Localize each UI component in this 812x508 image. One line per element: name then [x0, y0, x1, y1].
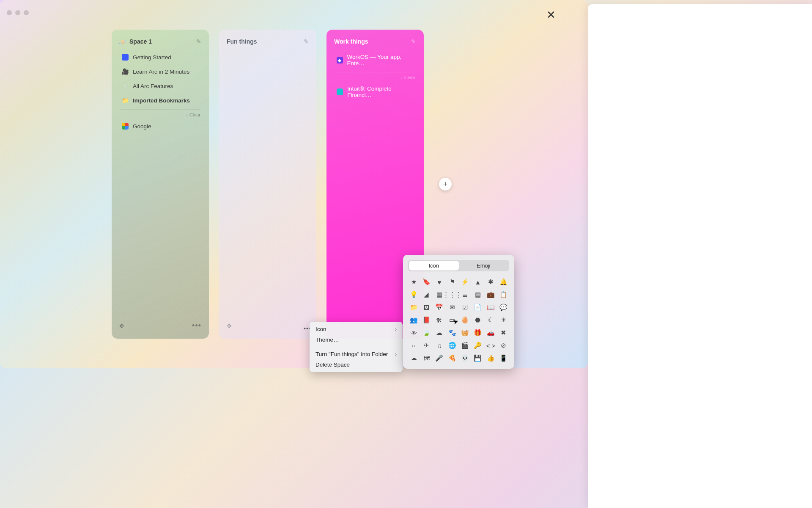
- picker-icon[interactable]: 🥚: [460, 315, 471, 326]
- picker-icon[interactable]: ≣: [460, 289, 471, 300]
- picker-icon[interactable]: 🍕: [447, 353, 458, 364]
- menu-item-theme[interactable]: Theme…: [310, 334, 403, 345]
- picker-icon[interactable]: ☀: [498, 315, 509, 326]
- space-title[interactable]: Space 1: [129, 38, 193, 45]
- menu-label: Icon: [315, 326, 326, 332]
- picker-icon[interactable]: ✉: [447, 302, 458, 313]
- picker-icon[interactable]: ⋮⋮⋮: [447, 289, 458, 300]
- picker-icon[interactable]: ✖: [498, 327, 509, 338]
- picker-icon[interactable]: 📁: [408, 302, 419, 313]
- close-icon[interactable]: ✕: [546, 8, 556, 22]
- picker-icon[interactable]: ☁: [434, 327, 445, 338]
- picker-icon[interactable]: 📕: [421, 315, 432, 326]
- move-handle-icon[interactable]: ✥: [119, 323, 124, 329]
- list-item[interactable]: 🎥 Learn Arc in 2 Minutes: [119, 64, 201, 79]
- space-header: Fun things ✎: [227, 38, 309, 45]
- picker-icon[interactable]: 🚗: [485, 327, 496, 338]
- picker-icon[interactable]: ⊘: [498, 340, 509, 351]
- picker-icon[interactable]: 📖: [485, 302, 496, 313]
- picker-icon[interactable]: 👁: [408, 327, 419, 338]
- picker-icon[interactable]: ♥: [434, 276, 445, 287]
- more-icon[interactable]: •••: [192, 321, 201, 330]
- space-title[interactable]: Work things: [334, 38, 408, 45]
- traffic-minimize[interactable]: [15, 10, 20, 15]
- item-label: Getting Started: [133, 54, 171, 61]
- add-space-button[interactable]: +: [439, 178, 452, 190]
- picker-icon[interactable]: 🔔: [498, 276, 509, 287]
- picker-icon[interactable]: 🎁: [472, 327, 483, 338]
- list-item[interactable]: ◆ WorkOS — Your app, Ente…: [334, 50, 416, 70]
- picker-icon[interactable]: ↔: [408, 340, 419, 351]
- traffic-close[interactable]: [7, 10, 12, 15]
- clear-button[interactable]: ↓ Clear: [120, 109, 200, 117]
- picker-icon[interactable]: < >: [485, 340, 496, 351]
- picker-icon[interactable]: 📅: [434, 302, 445, 313]
- picker-icon[interactable]: 💬: [498, 302, 509, 313]
- picker-icon[interactable]: ✱: [485, 276, 496, 287]
- folder-icon: 📁: [122, 97, 129, 104]
- picker-icon[interactable]: 👥: [408, 315, 419, 326]
- picker-icon[interactable]: ☾: [485, 315, 496, 326]
- list-item[interactable]: Intuit®: Complete Financi…: [334, 82, 416, 102]
- picker-icon[interactable]: 🎬: [460, 340, 471, 351]
- picker-icon[interactable]: 👍: [485, 353, 496, 364]
- picker-icon[interactable]: 💾: [472, 353, 483, 364]
- chevron-right-icon: ›: [395, 326, 397, 332]
- picker-icon[interactable]: 🐾: [447, 327, 458, 338]
- picker-icon[interactable]: 💡: [408, 289, 419, 300]
- picker-icon[interactable]: ◢: [421, 289, 432, 300]
- picker-icon[interactable]: ▤: [472, 289, 483, 300]
- picker-icon[interactable]: ☁︎: [408, 353, 419, 364]
- picker-icon[interactable]: ▲: [472, 276, 483, 287]
- picker-icon[interactable]: 🖼: [421, 302, 432, 313]
- pencil-icon[interactable]: ✎: [304, 38, 309, 45]
- item-label: WorkOS — Your app, Ente…: [347, 54, 414, 66]
- list-item-folder[interactable]: 📁 Imported Bookmarks: [119, 93, 201, 108]
- picker-icon[interactable]: 🗺: [421, 353, 432, 364]
- tab-emoji[interactable]: Emoji: [459, 261, 509, 271]
- picker-icon[interactable]: ▭: [447, 315, 458, 326]
- picker-icon[interactable]: 🍃: [421, 327, 432, 338]
- item-label: Learn Arc in 2 Minutes: [133, 69, 189, 75]
- card-footer: ✥ .: [227, 321, 309, 330]
- clear-button[interactable]: ↓ Clear: [335, 72, 415, 80]
- traffic-zoom[interactable]: [24, 10, 29, 15]
- picker-icon[interactable]: 📋: [498, 289, 509, 300]
- picker-icon[interactable]: 🔖: [421, 276, 432, 287]
- item-label: All Arc Features: [133, 83, 173, 89]
- camera-icon: 🎥: [122, 68, 129, 75]
- icon-picker-popover: Icon Emoji ★🔖♥⚑⚡▲✱🔔💡◢▦⋮⋮⋮≣▤💼📋📁🖼📅✉☑📄📖💬👥📕🛠…: [403, 255, 514, 369]
- picker-icon[interactable]: ⚑: [447, 276, 458, 287]
- picker-icon[interactable]: 🧺: [460, 327, 471, 338]
- picker-icon[interactable]: 🛠: [434, 315, 445, 326]
- context-menu: Icon › Theme… Turn "Fun things" into Fol…: [310, 322, 403, 372]
- picker-icon[interactable]: ⬣: [472, 315, 483, 326]
- move-handle-icon[interactable]: ✥: [227, 323, 232, 329]
- list-item[interactable]: Getting Started: [119, 50, 201, 64]
- list-item[interactable]: ▫️ All Arc Features: [119, 79, 201, 93]
- menu-item-icon[interactable]: Icon ›: [310, 324, 403, 334]
- menu-item-turn-folder[interactable]: Turn "Fun things" into Folder ›: [310, 349, 403, 359]
- space-title[interactable]: Fun things: [227, 38, 300, 45]
- picker-icon[interactable]: 🌐: [447, 340, 458, 351]
- menu-label: Theme…: [315, 337, 339, 343]
- space-card-2: Fun things ✎ ✥ .: [219, 30, 316, 339]
- pencil-icon[interactable]: ✎: [411, 38, 416, 45]
- picker-icon[interactable]: 💀: [460, 353, 471, 364]
- right-blank-panel: [588, 4, 812, 508]
- picker-icon[interactable]: ⚡: [460, 276, 471, 287]
- picker-icon[interactable]: 📱: [498, 353, 509, 364]
- picker-icon[interactable]: ★: [408, 276, 419, 287]
- picker-icon[interactable]: ☑: [460, 302, 471, 313]
- picker-icon[interactable]: 💼: [485, 289, 496, 300]
- pencil-icon[interactable]: ✎: [196, 38, 201, 45]
- item-label: Google: [133, 123, 151, 130]
- picker-icon[interactable]: 📄: [472, 302, 483, 313]
- picker-icon[interactable]: ♫: [434, 340, 445, 351]
- picker-icon[interactable]: 🎤: [434, 353, 445, 364]
- picker-icon[interactable]: ✈: [421, 340, 432, 351]
- list-item[interactable]: Google: [119, 119, 201, 133]
- menu-item-delete-space[interactable]: Delete Space: [310, 359, 403, 370]
- picker-icon[interactable]: 🔑: [472, 340, 483, 351]
- tab-icon[interactable]: Icon: [409, 261, 459, 271]
